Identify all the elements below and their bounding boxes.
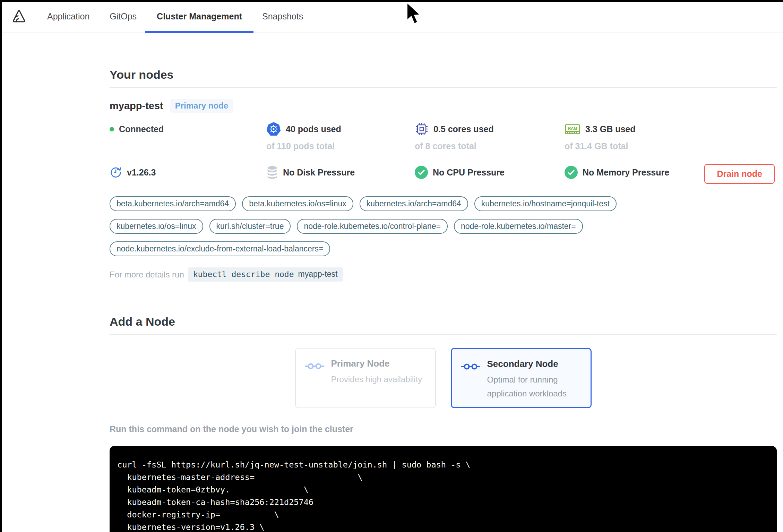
memory-total-label: of 31.4 GB total — [565, 141, 777, 151]
secondary-node-option-title: Secondary Node — [487, 359, 582, 369]
details-prefix-label: For more details run — [110, 270, 184, 280]
tab-gitops[interactable]: GitOps — [110, 0, 137, 33]
window-frame-top — [0, 0, 783, 2]
node-status: Connected — [110, 122, 266, 136]
join-command-line: kubeadm-token-ca-hash=sha256:221d25746 — [117, 496, 768, 508]
join-command-line: curl -fsSL https://kurl.sh/jq-new-test-u… — [117, 458, 768, 471]
tab-application[interactable]: Application — [47, 0, 89, 33]
primary-node-option-title: Primary Node — [331, 358, 422, 369]
kubectl-command-node: myapp-test — [298, 269, 338, 279]
tab-snapshots-label: Snapshots — [262, 11, 303, 22]
node-card: myapp-test Primary node Connected — [110, 99, 777, 282]
node-name: myapp-test — [110, 100, 163, 112]
primary-node-badge: Primary node — [170, 99, 233, 113]
replicated-logo-icon — [11, 9, 26, 24]
tab-application-label: Application — [47, 11, 89, 22]
add-node-title: Add a Node — [110, 315, 777, 328]
node-label-pill: node-role.kubernetes.io/master= — [454, 219, 583, 234]
section-divider — [110, 334, 777, 335]
memory-used-label: 3.3 GB used — [585, 124, 636, 134]
pods-total-label: of 110 pods total — [266, 141, 415, 151]
kubernetes-icon — [266, 122, 281, 136]
mouse-cursor — [406, 2, 422, 26]
ram-icon: RAM — [565, 122, 580, 136]
tab-cluster-management-label: Cluster Management — [157, 11, 242, 22]
cores-used-label: 0.5 cores used — [433, 124, 494, 134]
window-frame-left — [0, 0, 2, 532]
node-version: v1.26.3 — [110, 166, 266, 179]
cpu-icon — [415, 122, 429, 136]
pods-used-label: 40 pods used — [286, 124, 341, 134]
node-label-pill: node.kubernetes.io/exclude-from-external… — [110, 241, 330, 256]
join-command-line: kubernetes-master-address= \ — [117, 471, 768, 483]
memory-pressure-label: No Memory Pressure — [583, 168, 669, 178]
your-nodes-title: Your nodes — [110, 68, 777, 81]
secondary-node-option[interactable]: Secondary Node Optimal for running appli… — [451, 348, 592, 408]
node-label-pill: kurl.sh/cluster=true — [209, 219, 291, 234]
cpu-pressure-condition: No CPU Pressure — [415, 166, 565, 179]
memory-stat: RAM 3.3 GB used — [565, 122, 777, 136]
primary-node-option-description: Provides high availability — [331, 372, 422, 386]
cores-stat: 0.5 cores used — [415, 122, 565, 136]
node-label-pill: beta.kubernetes.io/os=linux — [242, 196, 353, 211]
nav-tabs: Application GitOps Cluster Management Sn… — [47, 0, 303, 33]
nodes-link-icon — [461, 363, 480, 370]
connected-dot-icon — [110, 127, 114, 131]
primary-node-option[interactable]: Primary Node Provides high availability — [295, 348, 436, 408]
kubectl-command-chip: kubectl describe node myapp-test — [188, 267, 343, 282]
top-navigation-bar: Application GitOps Cluster Management Sn… — [0, 0, 783, 33]
section-divider — [110, 87, 777, 88]
tab-gitops-label: GitOps — [110, 11, 137, 22]
kubectl-command-text: kubectl describe node — [193, 270, 294, 279]
tab-cluster-management[interactable]: Cluster Management — [157, 0, 242, 33]
node-details-hint: For more details run kubectl describe no… — [110, 267, 777, 282]
disk-pressure-condition: No Disk Pressure — [266, 166, 415, 179]
cores-total-label: of 8 cores total — [415, 141, 565, 151]
cpu-pressure-label: No CPU Pressure — [433, 168, 505, 178]
join-command-line: kubernetes-version=v1.26.3 \ — [117, 521, 768, 532]
check-circle-icon — [565, 166, 578, 179]
svg-text:RAM: RAM — [568, 126, 577, 130]
join-command-instruction: Run this command on the node you wish to… — [110, 424, 777, 434]
tab-snapshots[interactable]: Snapshots — [262, 0, 303, 33]
check-circle-icon — [415, 166, 428, 179]
node-labels: beta.kubernetes.io/arch=amd64 beta.kuber… — [110, 196, 664, 256]
node-label-pill: kubernetes.io/hostname=jonquil-test — [474, 196, 617, 211]
add-node-section: Add a Node — [110, 315, 777, 532]
pods-stat: 40 pods used — [266, 122, 415, 136]
join-command-line: kubeadm-token=0ztbvy. \ — [117, 483, 768, 496]
node-type-options: Primary Node Provides high availability — [110, 348, 777, 408]
drain-node-button[interactable]: Drain node — [704, 164, 775, 184]
replicated-logo[interactable] — [10, 8, 26, 24]
disk-icon — [266, 166, 278, 179]
nodes-link-icon — [305, 362, 324, 370]
node-label-pill: kubernetes.io/arch=amd64 — [360, 196, 468, 211]
node-label-pill: node-role.kubernetes.io/control-plane= — [297, 219, 447, 234]
disk-pressure-label: No Disk Pressure — [283, 168, 355, 178]
secondary-node-option-description: Optimal for running application workload… — [487, 373, 582, 401]
version-update-icon — [110, 166, 122, 179]
main-content: Your nodes myapp-test Primary node Conne… — [110, 68, 777, 532]
join-command-block[interactable]: curl -fsSL https://kurl.sh/jq-new-test-u… — [110, 446, 777, 532]
version-label: v1.26.3 — [127, 168, 156, 178]
node-status-label: Connected — [119, 124, 164, 134]
node-label-pill: kubernetes.io/os=linux — [110, 219, 203, 234]
cluster-management-page: Application GitOps Cluster Management Sn… — [0, 0, 783, 532]
join-command-line: docker-registry-ip= \ — [117, 508, 768, 521]
node-label-pill: beta.kubernetes.io/arch=amd64 — [110, 196, 236, 211]
